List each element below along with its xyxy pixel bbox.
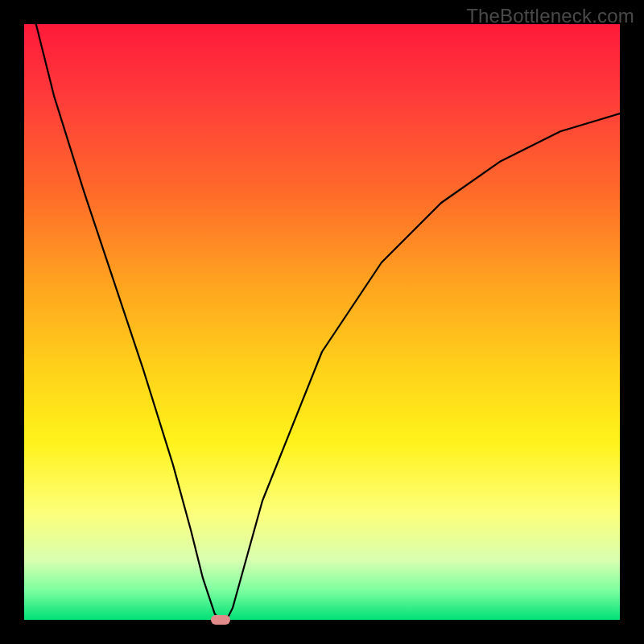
bottleneck-curve [24,24,620,620]
plot-area [24,24,620,620]
chart-frame: TheBottleneck.com [0,0,644,644]
watermark-text: TheBottleneck.com [466,5,634,27]
minimum-marker [211,615,230,625]
